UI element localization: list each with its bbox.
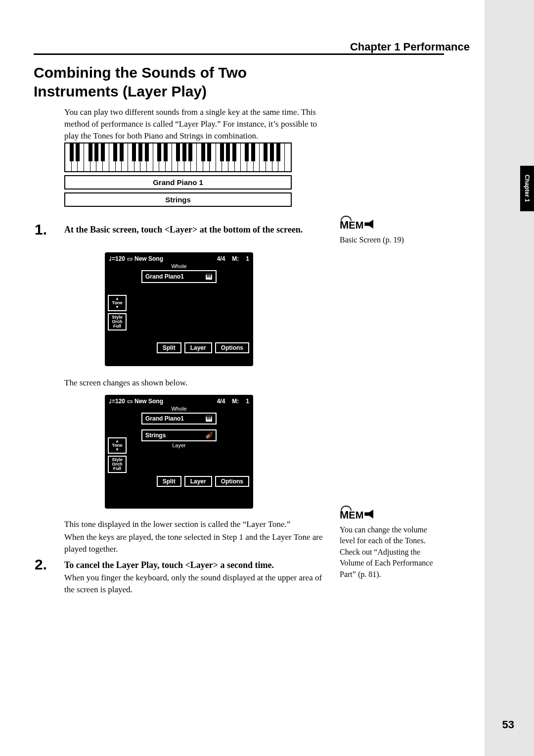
down-arrow-icon: ▼	[110, 448, 124, 452]
lcd-tone-layer[interactable]: Strings 🎻	[141, 429, 217, 441]
lcd-measure: 1	[246, 398, 249, 405]
lcd-measure-label: M:	[232, 255, 239, 262]
after-text: The screen changes as shown below.	[64, 377, 326, 389]
disk-icon: ▭	[127, 255, 133, 262]
lcd-whole-label: Whole	[107, 263, 251, 269]
diagram-layer-2: Strings	[64, 192, 292, 207]
keyboard-diagram: Grand Piano 1 Strings	[64, 142, 292, 207]
intro-paragraph: You can play two different sounds from a…	[64, 106, 326, 142]
lcd-song-name: New Song	[134, 398, 215, 405]
lcd-layer-sublabel: Layer	[107, 442, 251, 448]
lcd-layer-button[interactable]: Layer	[184, 342, 212, 353]
side-tab-chapter: Chapter 1	[520, 166, 534, 211]
lcd-options-button[interactable]: Options	[215, 476, 249, 487]
lcd-layer-button[interactable]: Layer	[184, 476, 212, 487]
memo-1-text: Basic Screen (p. 19)	[340, 235, 439, 245]
lcd-song-name: New Song	[134, 255, 215, 262]
speaker-icon	[364, 510, 373, 519]
page: Chapter 1 Chapter 1 Performance Combinin…	[0, 0, 534, 756]
page-margin-strip	[485, 0, 534, 756]
piano-icon: 🎹	[205, 415, 213, 422]
layer-tone-paragraph: This tone displayed in the lower section…	[64, 519, 326, 530]
lcd-tone-main[interactable]: Grand Piano1 🎹	[141, 270, 217, 283]
lcd-tone-nav[interactable]: ▲ Tone ▼	[108, 295, 127, 311]
lcd-split-button[interactable]: Split	[157, 342, 181, 353]
lcd-whole-label: Whole	[107, 406, 251, 412]
down-arrow-icon: ▼	[110, 305, 124, 309]
lcd-tone-layer-label: Strings	[145, 432, 166, 439]
lcd-timesig: 4/4	[217, 255, 225, 262]
step-2-text: To cancel the Layer Play, touch <Layer> …	[64, 559, 326, 571]
tempo-icon: ♩=120	[109, 255, 125, 262]
lcd-tone-main[interactable]: Grand Piano1 🎹	[141, 413, 217, 425]
step-2-number: 2.	[35, 556, 47, 573]
lcd-tone-main-label: Grand Piano1	[145, 273, 184, 280]
strings-icon: 🎻	[205, 432, 213, 439]
lcd-options-button[interactable]: Options	[215, 342, 249, 353]
memo-icon: MEM	[340, 509, 439, 521]
memo-icon: MEM	[340, 219, 439, 232]
page-number: 53	[502, 718, 514, 731]
step-1-text: At the Basic screen, touch <Layer> at th…	[64, 224, 326, 236]
disk-icon: ▭	[127, 398, 133, 405]
tempo-icon: ♩=120	[109, 398, 125, 405]
lcd-screenshot-2: ♩=120 ▭ New Song 4/4 M: 1 Whole Grand Pi…	[105, 395, 253, 509]
diagram-layer-1: Grand Piano 1	[64, 175, 292, 189]
lcd-style-orch[interactable]: Style Orch Full	[108, 456, 127, 473]
lcd-tone-main-label: Grand Piano1	[145, 415, 184, 422]
memo-block-1: MEM Basic Screen (p. 19)	[340, 219, 439, 245]
chapter-header: Chapter 1 Performance	[350, 41, 470, 53]
header-rule	[34, 53, 444, 55]
lcd-style-orch[interactable]: Style Orch Full	[108, 313, 127, 331]
lcd-measure: 1	[246, 255, 249, 262]
lcd-timesig: 4/4	[217, 398, 225, 405]
keyboard-graphic	[64, 142, 292, 172]
memo-2-text: You can change the volume level for each…	[340, 524, 439, 580]
page-title: Combining the Sounds of Two Instruments …	[34, 63, 330, 100]
lcd-tone-nav[interactable]: ▲ Tone ▼	[108, 437, 127, 454]
memo-block-2: MEM You can change the volume level for …	[340, 509, 439, 580]
piano-icon: 🎹	[205, 273, 213, 280]
speaker-icon	[364, 220, 373, 229]
lcd-measure-label: M:	[232, 398, 239, 405]
lcd-screenshot-1: ♩=120 ▭ New Song 4/4 M: 1 Whole Grand Pi…	[105, 252, 253, 366]
step-2-body: When you finger the keyboard, only the s…	[64, 572, 326, 596]
lcd-split-button[interactable]: Split	[157, 476, 181, 487]
step-1-number: 1.	[35, 221, 47, 238]
played-together-paragraph: When the keys are played, the tone selec…	[64, 531, 326, 555]
